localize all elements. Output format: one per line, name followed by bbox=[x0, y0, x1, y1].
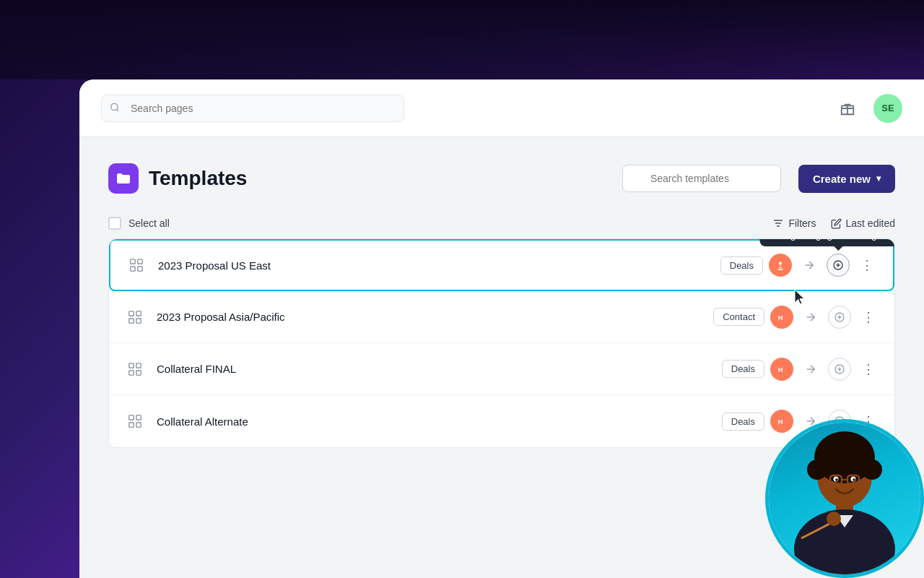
filters-label: Filters bbox=[788, 217, 816, 229]
svg-point-11 bbox=[780, 262, 780, 262]
svg-rect-26 bbox=[136, 370, 141, 374]
header-bar: SE bbox=[79, 79, 924, 137]
create-new-label: Create new bbox=[813, 173, 871, 185]
template-row: Collateral Alternate Deals H bbox=[109, 395, 894, 447]
template-name: 2023 Proposal Asia/Pacific bbox=[157, 311, 713, 323]
template-name: 2023 Proposal US East bbox=[158, 259, 720, 272]
svg-text:H: H bbox=[778, 314, 783, 321]
svg-point-45 bbox=[834, 437, 855, 457]
template-actions: Deals bbox=[720, 254, 879, 277]
add-algorithm-button[interactable] bbox=[828, 306, 851, 329]
template-actions: Deals H bbox=[722, 358, 880, 381]
page-title-group: Templates bbox=[108, 163, 605, 194]
svg-rect-32 bbox=[136, 415, 141, 420]
tooltip: Assign engagement algorithm bbox=[759, 238, 895, 246]
svg-rect-25 bbox=[129, 370, 134, 374]
svg-rect-31 bbox=[129, 415, 134, 420]
filters-button[interactable]: Filters bbox=[772, 217, 816, 229]
table-controls: Select all Filters Last edited bbox=[108, 217, 895, 230]
route-arrow-button[interactable] bbox=[798, 254, 821, 277]
svg-rect-8 bbox=[131, 267, 135, 271]
hubspot-icon[interactable]: H bbox=[770, 306, 793, 329]
add-algorithm-button[interactable] bbox=[827, 254, 850, 277]
svg-point-55 bbox=[827, 512, 841, 526]
add-algorithm-button[interactable] bbox=[828, 358, 851, 381]
person-illustration bbox=[772, 423, 917, 574]
svg-rect-33 bbox=[129, 423, 134, 427]
template-tag: Contact bbox=[713, 308, 764, 326]
select-all-checkbox[interactable] bbox=[108, 217, 121, 230]
svg-rect-9 bbox=[138, 267, 142, 271]
svg-rect-15 bbox=[129, 311, 134, 315]
search-container bbox=[101, 95, 404, 122]
svg-rect-17 bbox=[129, 318, 134, 322]
hubspot-icon[interactable]: H bbox=[770, 410, 793, 433]
template-row: Collateral FINAL Deals H bbox=[109, 343, 894, 395]
svg-point-41 bbox=[807, 460, 827, 480]
page-title: Templates bbox=[149, 167, 247, 190]
template-grid-icon bbox=[123, 306, 147, 329]
template-tag: Deals bbox=[722, 413, 764, 431]
svg-point-50 bbox=[835, 478, 838, 481]
more-options-button[interactable]: ⋮ bbox=[855, 254, 879, 277]
hubspot-icon[interactable]: H bbox=[770, 358, 793, 381]
svg-text:H: H bbox=[778, 418, 783, 426]
template-grid-icon bbox=[123, 358, 147, 381]
search-templates-wrapper bbox=[622, 165, 781, 192]
svg-point-51 bbox=[853, 478, 855, 481]
svg-rect-7 bbox=[138, 259, 142, 264]
more-options-button[interactable]: ⋮ bbox=[857, 306, 880, 329]
template-grid-icon bbox=[123, 410, 147, 433]
select-all-label[interactable]: Select all bbox=[128, 217, 170, 229]
header-search-input[interactable] bbox=[101, 95, 404, 122]
last-edited-label: Last edited bbox=[846, 217, 896, 229]
template-grid-icon bbox=[125, 254, 148, 277]
folder-icon bbox=[108, 163, 139, 194]
more-options-button[interactable]: ⋮ bbox=[857, 358, 880, 381]
svg-rect-16 bbox=[136, 311, 141, 315]
template-row: 2023 Proposal US East Deals bbox=[109, 239, 894, 291]
select-all-group: Select all bbox=[108, 217, 761, 230]
user-avatar-button[interactable]: SE bbox=[873, 94, 902, 123]
template-name: Collateral FINAL bbox=[157, 363, 722, 375]
header-search-icon bbox=[110, 102, 120, 114]
person-avatar bbox=[765, 419, 924, 578]
page-header: Templates Create new ▾ bbox=[108, 163, 895, 194]
controls-right: Filters Last edited bbox=[772, 217, 895, 229]
svg-text:H: H bbox=[778, 366, 783, 373]
gift-icon-button[interactable] bbox=[833, 94, 862, 123]
svg-point-0 bbox=[111, 103, 118, 110]
svg-rect-23 bbox=[129, 363, 134, 367]
create-new-button[interactable]: Create new ▾ bbox=[798, 165, 895, 193]
search-templates-input[interactable] bbox=[622, 165, 781, 192]
template-tag: Deals bbox=[720, 256, 763, 275]
svg-point-42 bbox=[862, 460, 882, 480]
hubspot-icon[interactable] bbox=[769, 254, 792, 277]
svg-rect-18 bbox=[136, 318, 141, 322]
svg-point-43 bbox=[818, 443, 835, 460]
svg-rect-6 bbox=[131, 259, 135, 264]
template-tag: Deals bbox=[722, 360, 764, 378]
chevron-down-icon: ▾ bbox=[876, 173, 881, 184]
route-arrow-button[interactable] bbox=[799, 358, 822, 381]
svg-rect-24 bbox=[136, 363, 141, 367]
tooltip-wrapper: Assign engagement algorithm bbox=[827, 254, 850, 277]
last-edited-button[interactable]: Last edited bbox=[831, 217, 896, 229]
template-row: 2023 Proposal Asia/Pacific Contact H bbox=[109, 291, 894, 343]
avatar-initials: SE bbox=[881, 103, 894, 113]
svg-rect-34 bbox=[136, 423, 141, 427]
template-name: Collateral Alternate bbox=[157, 415, 722, 428]
templates-list: 2023 Proposal US East Deals bbox=[108, 238, 895, 448]
svg-point-44 bbox=[854, 443, 871, 460]
